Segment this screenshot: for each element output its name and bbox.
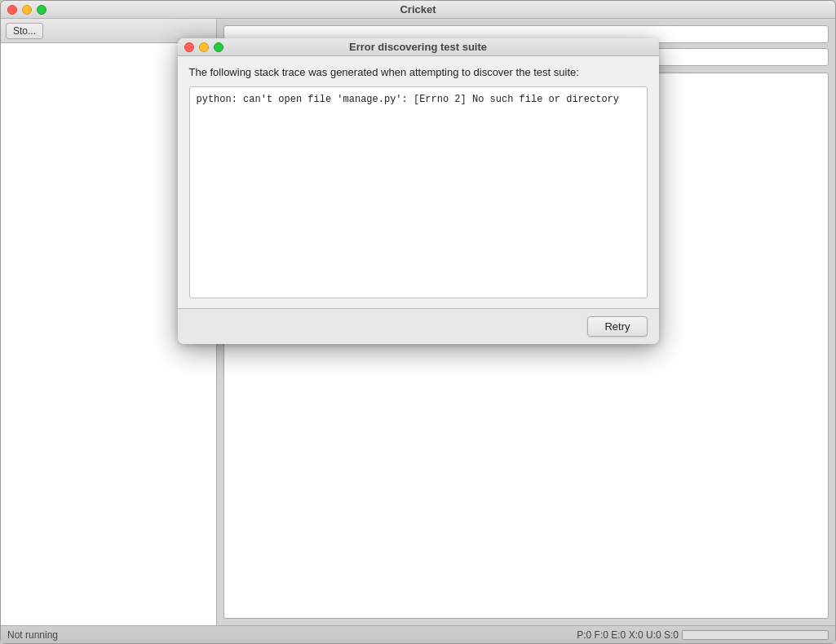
- status-text: Not running: [7, 629, 58, 641]
- maximize-button[interactable]: [37, 5, 46, 15]
- close-button[interactable]: [7, 5, 17, 15]
- modal-body: The following stack trace was generated …: [178, 56, 659, 308]
- window-title: Cricket: [400, 3, 436, 15]
- modal-trace-text: python: can't open file 'manage.py': [Er…: [197, 94, 619, 105]
- modal-close-button[interactable]: [184, 42, 194, 52]
- modal-title: Error discovering test suite: [349, 41, 487, 53]
- status-bar: Not running P:0 F:0 E:0 X:0 U:0 S:0: [1, 625, 835, 643]
- progress-bar: [682, 630, 829, 640]
- error-dialog: Error discovering test suite The followi…: [178, 38, 659, 344]
- modal-minimize-button[interactable]: [199, 42, 209, 52]
- modal-overlay: Error discovering test suite The followi…: [1, 19, 835, 625]
- modal-description: The following stack trace was generated …: [189, 66, 648, 78]
- minimize-button[interactable]: [22, 5, 32, 15]
- modal-trace-area[interactable]: python: can't open file 'manage.py': [Er…: [189, 86, 648, 298]
- title-bar-buttons: [7, 5, 46, 15]
- stats-text: P:0 F:0 E:0 X:0 U:0 S:0: [577, 629, 679, 641]
- status-right: P:0 F:0 E:0 X:0 U:0 S:0: [577, 629, 829, 641]
- main-content: Sto... Error discov: [1, 19, 835, 625]
- modal-title-bar-buttons: [184, 42, 223, 52]
- modal-footer: Retry: [178, 308, 659, 344]
- main-window: Cricket Sto...: [0, 0, 836, 644]
- modal-maximize-button[interactable]: [214, 42, 223, 52]
- title-bar: Cricket: [1, 1, 835, 19]
- retry-button[interactable]: Retry: [587, 316, 647, 337]
- modal-title-bar: Error discovering test suite: [178, 38, 659, 56]
